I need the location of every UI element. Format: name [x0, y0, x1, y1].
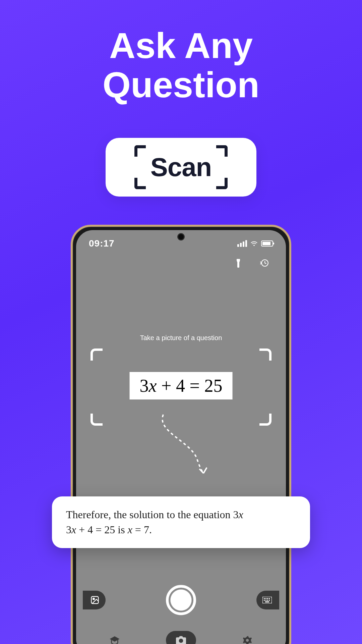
svg-rect-11	[267, 600, 268, 601]
marketing-headline: Ask Any Question	[0, 0, 362, 104]
scanned-equation: 3x + 4 = 25	[130, 372, 233, 399]
answer-eq2: x = 7	[128, 524, 149, 536]
bottom-nav	[76, 625, 286, 644]
wifi-icon	[250, 240, 258, 247]
bracket-tr-icon	[216, 145, 228, 157]
flashlight-icon	[234, 258, 242, 268]
answer-mid: is	[115, 524, 127, 536]
top-actions	[76, 252, 286, 268]
headline-line2: Question	[0, 65, 362, 105]
battery-icon	[261, 240, 273, 247]
nav-camera[interactable]	[166, 631, 196, 644]
status-time: 09:17	[89, 238, 115, 249]
scan-badge-label: Scan	[150, 152, 212, 182]
bracket-bl-icon	[134, 178, 146, 189]
scan-badge: Scan	[106, 138, 256, 197]
keyboard-icon	[262, 597, 272, 603]
camera-icon	[176, 636, 186, 644]
education-icon	[109, 635, 120, 644]
frame-bl-icon	[90, 414, 103, 426]
bracket-tl-icon	[134, 145, 146, 157]
arrow-icon	[153, 411, 214, 478]
flashlight-button[interactable]	[234, 258, 243, 268]
svg-rect-9	[264, 600, 265, 601]
nav-education[interactable]	[109, 634, 121, 644]
phone-screen: 09:17	[76, 230, 286, 644]
settings-icon	[242, 635, 252, 644]
shutter-button[interactable]	[166, 585, 196, 615]
svg-rect-0	[237, 259, 240, 261]
nav-settings[interactable]	[241, 634, 253, 644]
answer-card: Therefore, the solution to the equation …	[52, 496, 310, 548]
status-indicators	[237, 240, 273, 247]
svg-rect-6	[265, 598, 266, 599]
phone-camera-icon	[177, 233, 185, 240]
svg-point-14	[179, 639, 183, 643]
scan-hint: Take a picture of a question	[90, 334, 272, 342]
svg-rect-7	[267, 598, 268, 599]
svg-rect-5	[264, 598, 265, 599]
svg-point-3	[93, 598, 95, 600]
signal-icon	[237, 240, 247, 247]
bracket-br-icon	[216, 178, 228, 189]
svg-rect-12	[269, 600, 270, 601]
history-button[interactable]	[260, 258, 269, 268]
gallery-icon	[90, 595, 100, 605]
headline-line1: Ask Any	[0, 26, 362, 65]
svg-rect-13	[265, 601, 269, 602]
answer-eq-lead: 3x	[233, 508, 243, 521]
answer-prefix: Therefore, the solution to the equation	[66, 508, 233, 521]
history-icon	[260, 259, 269, 267]
keyboard-button[interactable]	[256, 591, 279, 609]
svg-rect-8	[269, 598, 270, 599]
svg-rect-10	[265, 600, 266, 601]
answer-eq1: 3x + 4 = 25	[66, 524, 115, 536]
frame-tl-icon	[90, 348, 103, 361]
svg-point-15	[246, 639, 249, 642]
frame-tr-icon	[259, 348, 272, 361]
phone-mockup: 09:17	[71, 225, 291, 644]
gallery-button[interactable]	[83, 591, 106, 609]
answer-suffix: .	[149, 524, 152, 536]
camera-controls	[76, 585, 286, 615]
frame-br-icon	[259, 414, 272, 426]
